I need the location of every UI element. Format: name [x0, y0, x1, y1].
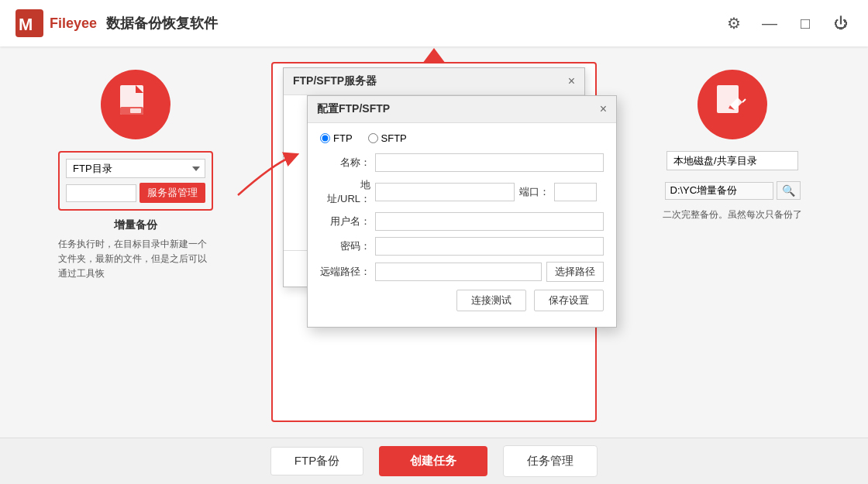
annotation-arrow — [226, 141, 304, 203]
connect-test-button[interactable]: 连接测试 — [456, 290, 526, 311]
ftp-backup-label: FTP备份 — [270, 447, 363, 475]
right-path-row: 🔍 — [665, 181, 801, 200]
config-dialog-actions: 连接测试 保存设置 — [320, 290, 604, 311]
ftp-radio-label[interactable]: FTP — [320, 132, 353, 144]
app-name: Fileyee — [50, 15, 97, 32]
center-top-arrow — [422, 48, 446, 64]
left-icon-circle — [101, 70, 170, 139]
ftp-radio[interactable] — [320, 133, 330, 143]
edit-doc-icon — [713, 84, 752, 126]
config-close-button[interactable]: × — [600, 102, 607, 116]
password-input[interactable] — [375, 237, 604, 256]
header: M Fileyee 数据备份恢复软件 ⚙ — □ ⏻ — [0, 0, 868, 46]
right-panel: 本地磁盘/共享目录 🔍 二次完整备份。虽然每次只备份了 — [612, 62, 852, 422]
remote-path-row: 远端路径： 选择路径 — [320, 262, 604, 282]
address-row: 地址/URL： 端口： — [320, 178, 604, 206]
config-title: 配置FTP/SFTP — [317, 102, 390, 116]
center-panel: FTP/SFTP服务器 × 配置FTP/SFTP × FTP — [271, 62, 597, 422]
svg-line-8 — [742, 99, 746, 102]
ftp-sub-select[interactable] — [66, 184, 136, 202]
config-body: FTP SFTP 名称： 地址/URL： — [308, 123, 616, 327]
file-icon — [116, 84, 155, 126]
logo-area: M Fileyee 数据备份恢复软件 — [16, 9, 218, 37]
close-button[interactable]: ⏻ — [829, 12, 852, 35]
local-dir-select[interactable]: 本地磁盘/共享目录 — [666, 151, 798, 170]
ftp-server-title: FTP/SFTP服务器 — [293, 74, 377, 88]
password-label: 密码： — [320, 239, 370, 253]
ftp-server-dialog: FTP/SFTP服务器 × 配置FTP/SFTP × FTP — [283, 67, 585, 287]
ftp-dir-select[interactable]: FTP目录 — [66, 159, 205, 178]
create-task-button[interactable]: 创建任务 — [379, 446, 487, 476]
server-mgmt-button[interactable]: 服务器管理 — [140, 183, 205, 203]
app-logo: M — [16, 9, 43, 37]
address-input[interactable] — [375, 183, 515, 201]
protocol-radio-row: FTP SFTP — [320, 132, 604, 144]
port-input[interactable] — [554, 183, 597, 201]
right-panel-desc: 二次完整备份。虽然每次只备份了 — [663, 208, 802, 222]
bottom-bar: FTP备份 创建任务 任务管理 — [0, 438, 868, 484]
left-panel: FTP目录 服务器管理 增量备份 任务执行时，在目标目录中新建一个文件夹，最新的… — [16, 62, 256, 422]
config-titlebar: 配置FTP/SFTP × — [308, 96, 616, 123]
right-icon-circle — [698, 70, 767, 139]
ftp-dir-row: 服务器管理 — [66, 183, 205, 203]
username-input[interactable] — [375, 212, 604, 231]
left-panel-desc: 任务执行时，在目标目录中新建一个文件夹，最新的文件，但是之后可以通过工具恢 — [58, 237, 213, 282]
ftp-radio-text: FTP — [333, 132, 353, 144]
minimize-button[interactable]: — — [758, 12, 781, 35]
task-manage-button[interactable]: 任务管理 — [503, 445, 598, 477]
sftp-radio-text: SFTP — [381, 132, 407, 144]
name-input[interactable] — [375, 153, 604, 172]
svg-text:M: M — [19, 15, 33, 34]
app-title: 数据备份恢复软件 — [106, 14, 218, 33]
local-path-input[interactable] — [665, 182, 773, 200]
name-label: 名称： — [320, 156, 370, 170]
settings-button[interactable]: ⚙ — [722, 12, 746, 35]
incremental-label: 增量备份 — [114, 218, 157, 232]
remote-path-label: 远端路径： — [320, 265, 370, 279]
name-row: 名称： — [320, 153, 604, 172]
path-search-button[interactable]: 🔍 — [777, 181, 801, 200]
ftp-server-titlebar: FTP/SFTP服务器 × — [284, 68, 584, 95]
sftp-radio-label[interactable]: SFTP — [368, 132, 407, 144]
password-row: 密码： — [320, 237, 604, 256]
ftp-server-close[interactable]: × — [568, 74, 575, 88]
select-path-button[interactable]: 选择路径 — [546, 262, 604, 282]
main-content: FTP目录 服务器管理 增量备份 任务执行时，在目标目录中新建一个文件夹，最新的… — [0, 46, 868, 438]
address-label: 地址/URL： — [320, 178, 370, 206]
config-ftp-dialog: 配置FTP/SFTP × FTP SFTP — [307, 95, 617, 328]
save-settings-button[interactable]: 保存设置 — [534, 290, 604, 311]
maximize-button[interactable]: □ — [794, 12, 817, 35]
svg-rect-5 — [130, 108, 141, 113]
window-controls: ⚙ — □ ⏻ — [722, 12, 852, 35]
remote-path-input[interactable] — [375, 263, 542, 281]
port-label: 端口： — [519, 185, 549, 199]
ftp-dir-box: FTP目录 服务器管理 — [58, 151, 213, 211]
sftp-radio[interactable] — [368, 133, 378, 143]
username-label: 用户名： — [320, 215, 370, 228]
username-row: 用户名： — [320, 212, 604, 231]
